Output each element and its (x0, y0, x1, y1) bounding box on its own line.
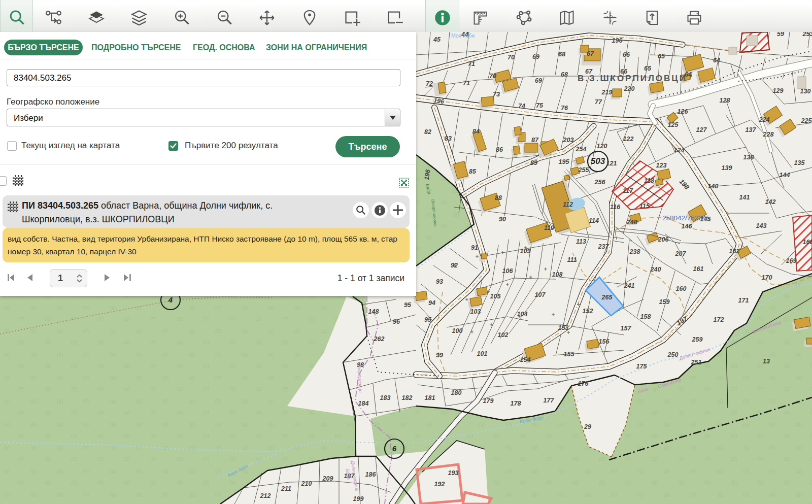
svg-text:127: 127 (696, 126, 707, 133)
svg-text:186: 186 (365, 471, 377, 478)
svg-text:196: 196 (612, 37, 623, 44)
svg-text:93: 93 (436, 278, 443, 285)
svg-text:86: 86 (496, 146, 503, 153)
svg-text:95: 95 (424, 316, 432, 323)
svg-text:74: 74 (518, 103, 525, 110)
svg-text:171: 171 (738, 297, 749, 304)
svg-text:162: 162 (729, 248, 740, 255)
svg-text:13: 13 (763, 358, 770, 365)
svg-text:251: 251 (691, 359, 702, 366)
svg-text:92: 92 (451, 262, 458, 269)
svg-text:95: 95 (404, 301, 412, 309)
svg-text:206: 206 (658, 236, 669, 243)
svg-text:503: 503 (591, 156, 605, 166)
svg-text:6: 6 (392, 444, 397, 453)
svg-text:169: 169 (786, 257, 797, 264)
svg-text:117: 117 (623, 187, 633, 194)
svg-text:71: 71 (463, 80, 470, 87)
svg-text:254: 254 (576, 146, 587, 153)
svg-text:67: 67 (587, 50, 594, 57)
svg-text:76: 76 (561, 105, 568, 112)
svg-text:212: 212 (260, 492, 271, 499)
svg-text:107: 107 (535, 291, 546, 298)
svg-text:106: 106 (502, 267, 514, 275)
svg-text:135: 135 (794, 159, 805, 166)
svg-text:120: 120 (597, 143, 607, 150)
svg-text:175: 175 (636, 363, 648, 370)
svg-text:72: 72 (426, 80, 433, 87)
svg-text:157: 157 (621, 325, 632, 332)
svg-text:68: 68 (558, 51, 565, 58)
svg-text:181: 181 (425, 394, 435, 401)
svg-text:108: 108 (552, 271, 563, 278)
svg-text:99: 99 (436, 352, 443, 359)
svg-text:115: 115 (639, 203, 650, 210)
svg-text:225: 225 (801, 117, 812, 124)
svg-text:70: 70 (489, 73, 496, 80)
svg-text:180: 180 (451, 389, 462, 396)
svg-text:144: 144 (780, 172, 790, 179)
svg-text:71: 71 (468, 60, 475, 68)
svg-text:84: 84 (472, 128, 480, 135)
svg-text:250: 250 (667, 351, 679, 358)
svg-text:160: 160 (676, 285, 687, 292)
svg-text:224: 224 (759, 116, 770, 123)
svg-text:182: 182 (402, 394, 413, 401)
svg-text:96: 96 (393, 318, 400, 325)
svg-text:195: 195 (559, 158, 570, 165)
svg-text:262: 262 (374, 335, 385, 343)
svg-text:77: 77 (595, 98, 602, 106)
svg-text:128: 128 (720, 97, 730, 104)
svg-text:238: 238 (629, 248, 640, 255)
svg-text:248: 248 (626, 219, 637, 226)
svg-text:193: 193 (448, 469, 459, 477)
svg-text:116: 116 (610, 204, 621, 211)
svg-text:240: 240 (650, 266, 661, 273)
svg-text:141: 141 (739, 194, 750, 201)
svg-text:154: 154 (520, 356, 531, 363)
svg-text:211: 211 (281, 485, 291, 492)
svg-text:176: 176 (578, 380, 589, 387)
svg-text:4: 4 (168, 295, 173, 304)
svg-text:255: 255 (578, 166, 590, 174)
svg-text:110: 110 (544, 224, 554, 231)
svg-text:219: 219 (601, 89, 613, 96)
svg-text:68: 68 (561, 71, 568, 78)
svg-text:Моя хоби: Моя хоби (451, 32, 475, 39)
svg-text:256: 256 (594, 179, 606, 186)
svg-text:125: 125 (668, 121, 679, 128)
svg-text:265: 265 (601, 294, 613, 301)
svg-text:105: 105 (490, 293, 501, 300)
svg-text:178: 178 (511, 400, 521, 407)
svg-text:143: 143 (756, 222, 767, 229)
svg-text:137: 137 (746, 126, 757, 133)
svg-text:111: 111 (567, 256, 577, 263)
svg-text:241: 241 (624, 282, 635, 289)
svg-text:146: 146 (682, 223, 693, 230)
svg-text:259: 259 (692, 336, 703, 343)
svg-text:170: 170 (762, 274, 772, 281)
svg-text:129: 129 (773, 87, 784, 94)
svg-text:83: 83 (445, 135, 452, 142)
svg-text:91: 91 (471, 244, 478, 251)
svg-text:66: 66 (623, 51, 630, 58)
svg-text:192: 192 (434, 481, 445, 488)
svg-text:123: 123 (656, 162, 667, 169)
svg-text:112: 112 (563, 201, 573, 208)
svg-text:161: 161 (693, 265, 704, 273)
svg-text:89: 89 (530, 159, 537, 166)
svg-text:258042/752345: 258042/752345 (662, 214, 710, 222)
svg-text:138: 138 (743, 154, 754, 161)
svg-text:140: 140 (708, 183, 719, 190)
svg-text:69: 69 (535, 77, 542, 84)
svg-text:156: 156 (599, 338, 610, 345)
svg-text:113: 113 (576, 238, 586, 245)
svg-text:104: 104 (517, 311, 528, 318)
svg-text:45: 45 (433, 36, 441, 43)
svg-text:172: 172 (714, 316, 724, 323)
svg-text:114: 114 (589, 217, 599, 224)
svg-text:В.З.ШКОРПИЛОВЦИ: В.З.ШКОРПИЛОВЦИ (578, 74, 687, 83)
svg-text:207: 207 (675, 250, 687, 257)
svg-text:199: 199 (353, 495, 364, 502)
svg-text:203: 203 (563, 137, 574, 144)
